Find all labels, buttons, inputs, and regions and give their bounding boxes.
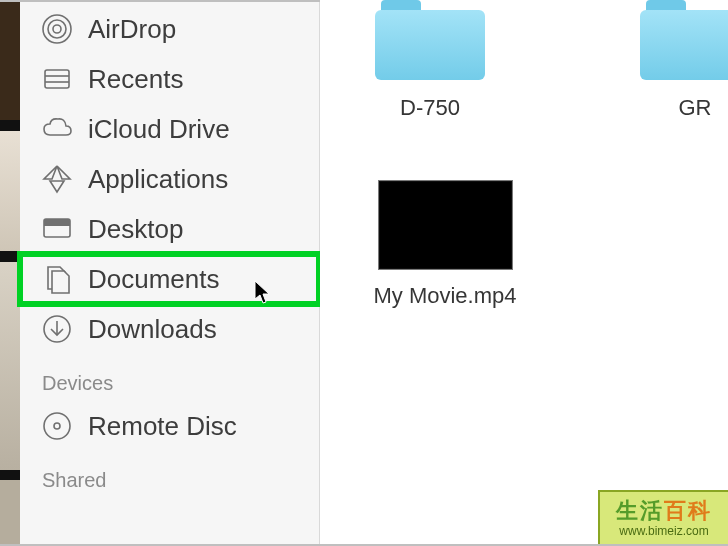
finder-sidebar: AirDrop Recents iCloud Drive Application… [20, 0, 320, 546]
finder-content: D-750 GR My Movie.mp4 [320, 0, 728, 546]
video-thumbnail-icon [378, 180, 513, 270]
folder-label: D-750 [400, 94, 460, 122]
sidebar-section-devices: Devices [20, 354, 319, 401]
svg-point-11 [54, 423, 60, 429]
sidebar-item-label: Documents [88, 264, 220, 295]
svg-point-1 [48, 20, 66, 38]
watermark-text: 生活百科 [616, 500, 712, 522]
sidebar-item-applications[interactable]: Applications [20, 154, 319, 204]
sidebar-item-documents[interactable]: Documents [20, 254, 319, 304]
sidebar-item-remote-disc[interactable]: Remote Disc [20, 401, 319, 451]
desktop-icon [40, 212, 74, 246]
sidebar-section-shared: Shared [20, 451, 319, 498]
svg-rect-3 [45, 70, 69, 88]
folder-label: GR [679, 94, 712, 122]
airdrop-icon [40, 12, 74, 46]
downloads-icon [40, 312, 74, 346]
sidebar-item-downloads[interactable]: Downloads [20, 304, 319, 354]
folder-item[interactable]: GR [625, 0, 728, 122]
svg-point-0 [53, 25, 61, 33]
sidebar-item-label: Desktop [88, 214, 183, 245]
folder-item[interactable]: D-750 [360, 0, 500, 122]
watermark: 生活百科 www.bimeiz.com [598, 490, 728, 546]
sidebar-item-label: Remote Disc [88, 411, 237, 442]
recents-icon [40, 62, 74, 96]
sidebar-item-recents[interactable]: Recents [20, 54, 319, 104]
sidebar-item-icloud[interactable]: iCloud Drive [20, 104, 319, 154]
applications-icon [40, 162, 74, 196]
sidebar-item-label: Applications [88, 164, 228, 195]
svg-rect-7 [44, 219, 70, 226]
sidebar-item-desktop[interactable]: Desktop [20, 204, 319, 254]
sidebar-item-label: AirDrop [88, 14, 176, 45]
svg-point-10 [44, 413, 70, 439]
documents-icon [40, 262, 74, 296]
folder-icon [640, 0, 728, 80]
sidebar-item-label: iCloud Drive [88, 114, 230, 145]
sidebar-item-airdrop[interactable]: AirDrop [20, 4, 319, 54]
background-photo-strip [0, 0, 20, 546]
icloud-icon [40, 112, 74, 146]
watermark-url: www.bimeiz.com [619, 524, 708, 538]
remote-disc-icon [40, 409, 74, 443]
sidebar-item-label: Recents [88, 64, 183, 95]
file-item[interactable]: My Movie.mp4 [370, 180, 520, 310]
folder-row: D-750 GR [320, 0, 728, 122]
folder-icon [375, 0, 485, 80]
sidebar-item-label: Downloads [88, 314, 217, 345]
file-label: My Movie.mp4 [373, 282, 516, 310]
